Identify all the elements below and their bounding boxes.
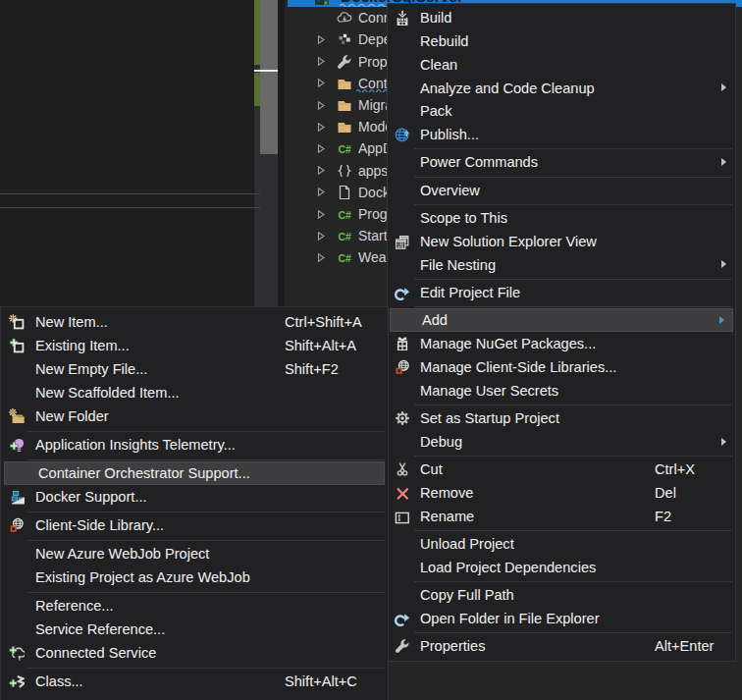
svg-text:C#: C# — [338, 252, 351, 264]
svg-text:C#: C# — [338, 209, 351, 221]
svg-text:C#: C# — [338, 143, 351, 155]
svg-text:C#: C# — [338, 231, 351, 242]
